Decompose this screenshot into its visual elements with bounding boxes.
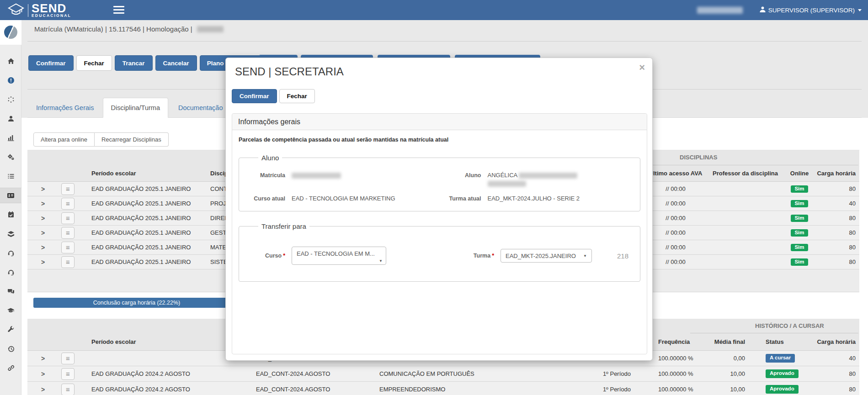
cell-periodo-escolar: EAD GRADUAÇÃO 2024.2 AGOSTO [91, 386, 256, 393]
calendar-check-icon [7, 211, 15, 218]
modal-confirmar-button[interactable]: Confirmar [232, 89, 277, 103]
cell-carga-horaria: 80 [814, 370, 859, 377]
cell-periodo-escolar: EAD GRADUAÇÃO 2025.1 JANEIRO [91, 229, 210, 236]
historico-row: >≡EAD GRADUAÇÃO 2024.2 AGOSTOEAD_CONT-20… [27, 382, 859, 395]
row-menu-button[interactable]: ≡ [61, 183, 75, 195]
transferir-para-fieldset: Transferir para Curso* EAD - TECNOLOGIA … [239, 222, 640, 282]
col-online: Online [785, 170, 814, 177]
curso-select[interactable]: EAD - TECNOLOGIA EM M... ▼ [292, 247, 386, 265]
expand-chevron-icon[interactable]: > [27, 185, 55, 193]
select-caret-icon: ▼ [583, 254, 587, 258]
row-menu-button[interactable]: ≡ [61, 242, 75, 253]
fechar-button[interactable]: Fechar [76, 55, 112, 71]
sidebar-item-headset[interactable] [0, 245, 21, 261]
cancelar-button[interactable]: Cancelar [155, 55, 197, 71]
sidebar-item-loading[interactable] [0, 92, 21, 107]
breadcrumb: Matrícula (WMatricula) | 15.117546 | Hom… [34, 25, 224, 33]
close-icon[interactable]: × [639, 63, 645, 73]
cell-turma: EAD_CONT-2024.AGOSTO [256, 370, 379, 377]
cell-ultimo-acesso: // 00:00 [646, 229, 705, 236]
redacted-breadcrumb-text [197, 26, 224, 32]
confirmar-button[interactable]: Confirmar [28, 55, 74, 71]
cell-ultimo-acesso: // 00:00 [646, 258, 705, 265]
cell-disciplina: COMUNICAÇÃO EM PORTUGUÊS [379, 370, 562, 377]
aluno-fieldset: Aluno Matrícula Aluno ANGÉLICA [239, 154, 640, 211]
cell-frequencia: 100.00000 % [631, 370, 695, 377]
link-icon [7, 364, 15, 372]
turma-label: Turma* [455, 253, 501, 259]
row-menu-button[interactable]: ≡ [61, 368, 75, 380]
expand-chevron-icon[interactable]: > [27, 229, 55, 237]
sidebar-item-id-card[interactable] [0, 188, 21, 203]
breadcrumb-text: Matrícula (WMatricula) | 15.117546 | Hom… [34, 25, 192, 33]
tab-documentacao[interactable]: Documentação [168, 98, 233, 117]
sidebar-item-headset-alt[interactable] [0, 264, 21, 280]
expand-chevron-icon[interactable]: > [27, 386, 55, 393]
expand-chevron-icon[interactable]: > [27, 370, 55, 378]
sidebar-item-user[interactable] [0, 111, 21, 126]
recarregar-disciplinas-button[interactable]: Recarregar Disciplinas [95, 132, 169, 147]
cell-ultimo-acesso: // 00:00 [646, 185, 705, 192]
altera-para-online-button[interactable]: Altera para online [33, 132, 95, 147]
brand-logo[interactable]: SEND EDUCACIONAL [7, 2, 71, 19]
user-icon [7, 115, 15, 122]
turma-select[interactable]: EAD_MKT-2025.JANEIRO ▼ [501, 249, 592, 263]
graduation-cap-logo-icon [7, 2, 28, 19]
expand-chevron-icon[interactable]: > [27, 215, 55, 222]
top-navbar: SEND EDUCACIONAL SUPERVISOR (SUPERVISOR) [0, 0, 868, 20]
row-menu-button[interactable]: ≡ [61, 212, 75, 224]
cell-media-final: 0,00 [695, 355, 745, 362]
sidebar-item-wrench[interactable] [0, 322, 21, 337]
sidebar-item-graduation-cap[interactable] [0, 303, 21, 318]
redacted-navbar-text [697, 7, 743, 14]
cell-carga-horaria: 40 [814, 355, 859, 362]
sidebar-item-inbox[interactable] [0, 226, 21, 242]
disciplinas-toolbar: Altera para online Recarregar Disciplina… [33, 132, 169, 147]
expand-chevron-icon[interactable]: > [27, 355, 55, 362]
cell-turma: EAD_CONT-2024.AGOSTO [256, 386, 379, 393]
online-badge: Sim [791, 258, 808, 266]
sidebar-item-comments[interactable] [0, 284, 21, 299]
row-menu-button[interactable]: ≡ [61, 227, 75, 239]
trancar-button[interactable]: Trancar [115, 55, 153, 71]
cell-ultimo-acesso: // 00:00 [646, 200, 705, 207]
app-logo-icon[interactable] [4, 26, 17, 39]
sidebar-item-link[interactable] [0, 360, 21, 376]
redacted-aluno-value [519, 173, 577, 179]
cell-media-final: 10,00 [695, 386, 745, 393]
user-menu[interactable]: SUPERVISOR (SUPERVISOR) [759, 6, 862, 14]
row-menu-button[interactable]: ≡ [61, 353, 75, 364]
tab-informacoes-gerais[interactable]: Informações Gerais [27, 98, 103, 117]
menu-hamburger-icon[interactable] [113, 6, 124, 16]
comments-icon [7, 288, 15, 295]
sidebar-item-calendar-check[interactable] [0, 207, 21, 222]
status-badge: Aprovado [766, 385, 799, 394]
col-ultimo-acesso-ava: Último acesso AVA [646, 170, 705, 177]
online-badge: Sim [791, 229, 808, 237]
expand-chevron-icon[interactable]: > [27, 244, 55, 251]
sidebar-item-list[interactable] [0, 169, 21, 184]
expand-chevron-icon[interactable]: > [27, 200, 55, 207]
headset-alt-icon [7, 269, 15, 276]
sidebar-item-history[interactable] [0, 341, 21, 357]
modal-fechar-button[interactable]: Fechar [279, 89, 315, 103]
sidebar-item-alert[interactable] [0, 73, 21, 88]
row-menu-button[interactable]: ≡ [61, 256, 75, 268]
cell-periodo-curso: 1º Período [562, 370, 631, 377]
cell-periodo-escolar: EAD GRADUAÇÃO 2025.1 JANEIRO [91, 200, 210, 207]
cell-carga-horaria: 80 [814, 386, 859, 393]
brand-separator [28, 4, 28, 17]
wrench-icon [7, 326, 15, 333]
sidebar-item-home[interactable] [0, 53, 21, 69]
modal-title: SEND | SECRETARIA [235, 65, 344, 78]
loading-icon [7, 96, 15, 103]
expand-chevron-icon[interactable]: > [27, 258, 55, 266]
tab-disciplina-turma[interactable]: Disciplina/Turma [103, 98, 168, 118]
sidebar-item-gears[interactable] [0, 149, 21, 165]
sidebar-item-bar-chart[interactable] [0, 130, 21, 146]
row-menu-button[interactable]: ≡ [61, 384, 75, 395]
row-menu-button[interactable]: ≡ [61, 198, 75, 210]
disciplinas-group-title: DISCIPLINAS [680, 154, 717, 161]
cell-carga-horaria: 40 [814, 200, 859, 207]
progress-bar: Conclusão carga horária (22.22%) [33, 298, 240, 308]
